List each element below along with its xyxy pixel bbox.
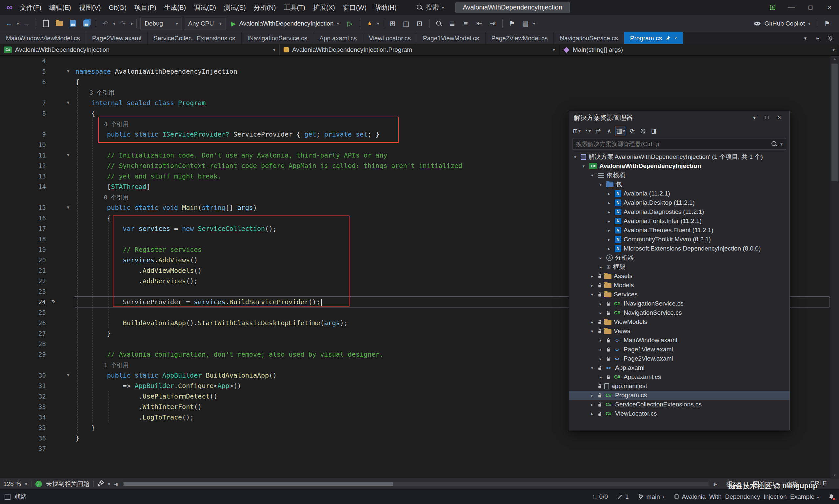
document-tab[interactable]: MainWindowViewModel.cs — [0, 32, 86, 44]
window-position-dropdown-icon[interactable]: ▾ — [749, 113, 760, 123]
document-tab[interactable]: Page2ViewModel.cs — [485, 32, 554, 44]
window-layout-icon[interactable]: ⊞ — [387, 18, 399, 30]
line-number[interactable]: 22 — [0, 276, 46, 286]
tree-item[interactable]: ▸Models — [569, 281, 789, 290]
breadcrumb-segment[interactable]: AvaloniaWithDependencyInjection.Program▾ — [280, 44, 559, 55]
decrease-indent-icon[interactable]: ⇤ — [474, 18, 485, 30]
menu-item[interactable]: 测试(S) — [220, 0, 250, 15]
menu-item[interactable]: 视图(V) — [75, 0, 105, 15]
repository-button[interactable]: Avalonia_With_Dependency_Injection_Examp… — [674, 493, 819, 500]
line-number[interactable]: 16 — [0, 213, 46, 223]
expander-icon[interactable]: ▸ — [606, 246, 613, 251]
code-line[interactable]: 36} — [0, 433, 831, 444]
expander-icon[interactable]: ▸ — [589, 320, 595, 325]
code-line[interactable]: 37 — [0, 444, 831, 454]
expander-icon[interactable]: ▸ — [589, 283, 595, 288]
scroll-up-icon[interactable]: ▴ — [831, 56, 839, 61]
line-number[interactable]: 28 — [0, 339, 46, 349]
hot-reload-icon[interactable] — [364, 18, 375, 30]
line-number[interactable]: 10 — [0, 140, 46, 150]
solution-explorer-search-input[interactable] — [576, 141, 769, 148]
preview-window-icon[interactable]: ◫ — [400, 18, 412, 30]
update-available-icon[interactable] — [763, 0, 782, 15]
fold-icon[interactable]: ▼ — [61, 370, 75, 380]
menu-item[interactable]: Git(G) — [105, 0, 130, 15]
new-file-icon[interactable] — [40, 18, 52, 30]
line-number[interactable]: 36 — [0, 433, 46, 444]
tree-item[interactable]: ▸NCommunityToolkit.Mvvm (8.2.1) — [569, 235, 789, 244]
redo-dropdown-icon[interactable]: ▾ — [131, 21, 133, 26]
show-all-files-icon[interactable]: ▦▾ — [615, 126, 626, 136]
find-in-files-icon[interactable] — [433, 18, 445, 30]
close-tab-button[interactable]: × — [674, 35, 677, 41]
tree-item[interactable]: ▸ViewModels — [569, 317, 789, 326]
health-status-label[interactable]: 未找到相关问题 — [46, 480, 89, 488]
expander-icon[interactable]: ▸ — [597, 255, 604, 260]
scrollbar-thumb[interactable] — [832, 64, 838, 181]
line-number[interactable] — [0, 360, 46, 370]
line-number[interactable]: 13 — [0, 171, 46, 181]
tree-item[interactable]: ▾Services — [569, 290, 789, 299]
expander-icon[interactable]: ▸ — [606, 210, 613, 215]
document-tab[interactable]: Page2View.axaml — [86, 32, 148, 44]
solution-explorer-header[interactable]: 解决方案资源管理器 ▾ □ × — [569, 111, 789, 124]
line-number[interactable]: 15 — [0, 202, 46, 213]
menu-item[interactable]: 工具(T) — [280, 0, 309, 15]
expander-icon[interactable]: ▸ — [597, 265, 604, 270]
document-tab[interactable]: Page1ViewModel.cs — [417, 32, 485, 44]
line-number[interactable]: 11 — [0, 150, 46, 160]
solution-configuration-dropdown[interactable]: Debug ▾ — [140, 18, 182, 30]
code-line[interactable]: 6{ — [0, 77, 831, 87]
expander-icon[interactable]: ▸ — [597, 375, 604, 380]
collapse-all-icon[interactable]: ∧ — [604, 126, 614, 136]
tree-item[interactable]: ▸C#ServiceCollectionExtensions.cs — [569, 400, 789, 409]
split-editor-icon[interactable]: ⊟ — [812, 33, 823, 43]
expander-icon[interactable]: ▸ — [589, 274, 595, 279]
undo-icon[interactable]: ↶ — [100, 18, 112, 30]
line-number[interactable]: 26 — [0, 318, 46, 328]
tree-item[interactable]: ▸NAvalonia.Fonts.Inter (11.2.1) — [569, 216, 789, 226]
switch-views-icon[interactable]: ⊞▾ — [572, 126, 582, 136]
navigate-back-dropdown-icon[interactable]: ▾ — [17, 21, 19, 26]
line-number[interactable]: 5 — [0, 66, 46, 77]
line-number[interactable]: 18 — [0, 234, 46, 244]
send-feedback-icon[interactable]: ⚑ — [821, 18, 833, 30]
horizontal-scrollbar-thumb[interactable] — [124, 482, 393, 486]
uncomment-selection-icon[interactable]: ≡ — [460, 18, 472, 30]
expander-icon[interactable]: ▾ — [589, 173, 595, 178]
toggle-bookmark-icon[interactable]: ⚑ — [506, 18, 518, 30]
line-number[interactable]: 25 — [0, 307, 46, 318]
line-number[interactable]: 24 — [0, 297, 46, 307]
scroll-left-icon[interactable]: ◀ — [114, 481, 118, 487]
tree-item[interactable]: ▸C#INavigationService.cs — [569, 299, 789, 308]
line-number[interactable]: 32 — [0, 391, 46, 401]
codelens-references[interactable]: 3 个引用 — [75, 89, 115, 96]
codelens-references[interactable]: 1 个引用 — [75, 362, 129, 368]
tree-item[interactable]: ▸NAvalonia.Themes.Fluent (11.2.1) — [569, 226, 789, 235]
line-number[interactable]: 30 — [0, 370, 46, 380]
solution-explorer-search[interactable]: ▾ — [572, 139, 786, 150]
document-tab[interactable]: ServiceCollec...Extensions.cs — [148, 32, 241, 44]
bookmarks-window-icon[interactable]: ▤ — [520, 18, 531, 30]
menu-item[interactable]: 分析(N) — [250, 0, 280, 15]
tree-item[interactable]: ▸NAvalonia.Diagnostics (11.2.1) — [569, 207, 789, 216]
breadcrumb-segment[interactable]: Main(string[] args)▾ — [559, 44, 839, 55]
breadcrumb-segment[interactable]: C#AvaloniaWithDependencyInjection▾ — [0, 44, 280, 55]
tree-item[interactable]: ▸C#ViewLocator.cs — [569, 409, 789, 418]
save-all-icon[interactable] — [80, 18, 92, 30]
tree-item[interactable]: ▸A分析器 — [569, 253, 789, 262]
line-number[interactable]: 31 — [0, 380, 46, 391]
menu-item[interactable]: 窗口(W) — [339, 0, 371, 15]
undo-dropdown-icon[interactable]: ▾ — [113, 21, 115, 26]
tree-item[interactable]: app.manifest — [569, 381, 789, 391]
minimize-button[interactable]: — — [782, 0, 801, 15]
expander-icon[interactable]: ▸ — [597, 310, 604, 316]
line-number[interactable]: 17 — [0, 223, 46, 234]
code-line[interactable]: 4 — [0, 56, 831, 66]
solution-platform-dropdown[interactable]: Any CPU ▾ — [184, 18, 226, 30]
sync-with-active-document-icon[interactable]: ⇄ — [594, 126, 603, 136]
line-number[interactable]: 6 — [0, 77, 46, 87]
menu-item[interactable]: 调试(D) — [190, 0, 220, 15]
start-debugging-button[interactable]: ▶ AvaloniaWithDependencyInjection ▾ — [227, 18, 342, 30]
hot-reload-dropdown-icon[interactable]: ▾ — [377, 21, 379, 26]
